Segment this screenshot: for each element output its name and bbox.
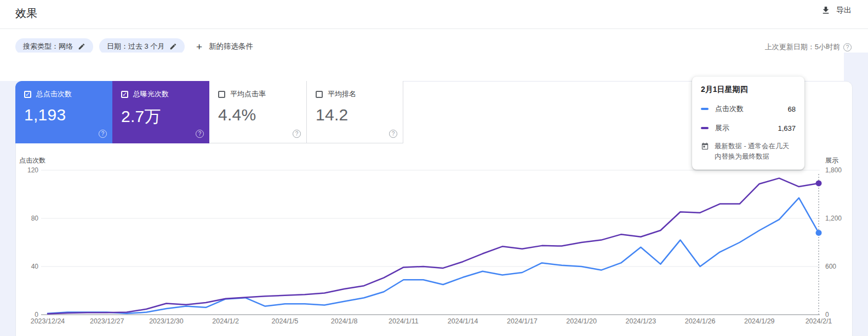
checkbox-unchecked-icon[interactable] — [316, 91, 323, 98]
tooltip-row-impressions: 展示 1,637 — [701, 123, 796, 133]
new-filter-label: 新的筛选条件 — [209, 42, 253, 51]
checkbox-checked-icon[interactable]: ✓ — [24, 91, 31, 98]
checkbox-checked-icon[interactable]: ✓ — [121, 91, 128, 98]
help-icon[interactable]: ? — [99, 130, 107, 138]
metric-card-avg-ctr[interactable]: 平均点击率 4.4% ? — [209, 81, 306, 143]
page-title: 效果 — [15, 6, 37, 21]
filter-chip-search-type-label: 搜索类型：网络 — [23, 42, 73, 51]
last-update-text: 上次更新日期：5小时前 — [765, 42, 840, 52]
calendar-icon — [701, 142, 709, 150]
checkbox-unchecked-icon[interactable] — [218, 91, 225, 98]
filter-chip-date-label: 日期：过去 3 个月 — [107, 42, 164, 51]
edit-pencil-icon — [78, 43, 85, 50]
metric-card-total-impressions[interactable]: ✓ 总曝光次数 2.7万 ? — [112, 81, 209, 143]
metric-label: 总点击次数 — [36, 89, 72, 99]
tooltip-date-title: 2月1日星期四 — [701, 85, 796, 95]
help-icon[interactable]: ? — [389, 130, 397, 138]
tooltip-row-clicks: 点击次数 68 — [701, 104, 796, 114]
help-icon[interactable]: ? — [843, 43, 852, 51]
metric-card-avg-position[interactable]: 平均排名 14.2 ? — [306, 81, 403, 143]
tooltip-row-label: 点击次数 — [715, 104, 744, 114]
tooltip-freshness-note: 最新数据 - 通常会在几天内替换为最终数据 — [701, 141, 796, 162]
header-divider — [0, 28, 868, 29]
metric-label: 平均点击率 — [230, 89, 266, 99]
metric-value: 1,193 — [24, 106, 104, 124]
help-icon[interactable]: ? — [293, 130, 301, 138]
metric-label: 平均排名 — [328, 89, 356, 99]
metric-label: 总曝光次数 — [133, 89, 169, 99]
scrollbar[interactable] — [858, 55, 868, 336]
tooltip-row-value: 68 — [788, 105, 796, 113]
plus-icon: + — [196, 42, 202, 52]
edit-pencil-icon — [169, 43, 177, 50]
help-icon[interactable]: ? — [196, 130, 204, 138]
performance-page: 效果 导出 搜索类型：网络 日期：过去 3 个月 + 新的筛选条件 上次更新日期… — [0, 0, 868, 336]
tooltip-note-text: 最新数据 - 通常会在几天内替换为最终数据 — [715, 141, 796, 162]
metric-value: 4.4% — [218, 106, 298, 124]
last-update-status: 上次更新日期：5小时前 ? — [765, 42, 852, 52]
download-icon — [821, 5, 831, 15]
impressions-series-swatch — [701, 127, 709, 129]
export-button[interactable]: 导出 — [821, 5, 852, 15]
right-axis-title: 展示 — [825, 156, 838, 165]
metric-value: 14.2 — [316, 106, 394, 124]
left-axis-title: 点击次数 — [19, 156, 45, 165]
chart-tooltip: 2月1日星期四 点击次数 68 展示 1,637 最新数据 - 通常会在几天内替… — [692, 77, 804, 170]
export-label: 导出 — [836, 5, 852, 15]
tooltip-row-value: 1,637 — [778, 124, 796, 132]
metric-card-total-clicks[interactable]: ✓ 总点击次数 1,193 ? — [15, 81, 112, 143]
clicks-series-swatch — [701, 108, 709, 110]
tooltip-row-label: 展示 — [715, 123, 729, 133]
metric-value: 2.7万 — [121, 106, 201, 128]
